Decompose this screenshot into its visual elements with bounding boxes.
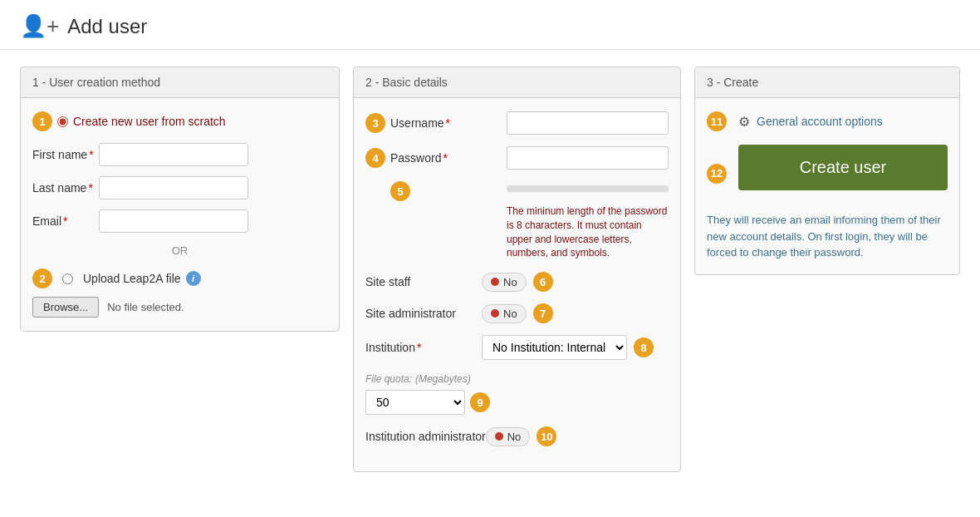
email-input[interactable] (99, 209, 248, 233)
site-staff-toggle[interactable]: No (482, 273, 527, 292)
site-staff-dot (491, 278, 499, 286)
first-name-label: First name* (32, 148, 99, 161)
site-staff-label: Site staff (365, 275, 482, 288)
last-name-row: Last name* (32, 176, 327, 199)
site-admin-dot (491, 309, 499, 318)
badge-4: 4 (365, 148, 385, 168)
email-label: Email* (32, 214, 99, 228)
password-row: 4 Password* (365, 146, 669, 170)
file-quota-section: File quota: (Megabytes) 50 9 (365, 372, 669, 415)
no-file-text: No file selected. (107, 301, 184, 313)
institution-label: Institution* (365, 341, 482, 354)
institution-admin-value: No (507, 431, 522, 443)
email-row: Email* (32, 209, 327, 233)
panel3-body: 11 ⚙ General account options 12 Create u… (695, 98, 959, 274)
file-quota-row: 50 9 (365, 390, 669, 415)
upload-leap2a-label[interactable]: Upload Leap2A file (83, 272, 181, 285)
first-name-input[interactable] (99, 143, 248, 166)
info-icon[interactable]: i (186, 271, 201, 286)
password-strength-bar (507, 185, 669, 192)
password-label: Password* (390, 151, 507, 165)
badge-2: 2 (32, 268, 52, 288)
general-account-options-link[interactable]: General account options (757, 115, 883, 128)
gear-icon: ⚙ (738, 114, 750, 130)
badge-6: 6 (533, 272, 553, 292)
panel-basic-details: 2 - Basic details 3 Username* 4 Password… (353, 66, 681, 472)
create-user-button[interactable]: Create user (738, 145, 948, 190)
password-input[interactable] (507, 146, 669, 170)
last-name-input[interactable] (99, 176, 248, 199)
panel2-header: 2 - Basic details (354, 67, 680, 98)
site-staff-row: Site staff No 6 (365, 272, 669, 292)
panel-create: 3 - Create 11 ⚙ General account options … (694, 66, 960, 275)
panel1-body: 1 Create new user from scratch First nam… (21, 98, 339, 331)
add-user-icon: 👤+ (20, 13, 59, 39)
create-user-info-text: They will receive an email informing the… (707, 212, 948, 261)
badge-8: 8 (634, 337, 654, 357)
create-user-row: 12 Create user (707, 145, 948, 202)
last-name-label: Last name* (32, 181, 99, 194)
browse-button[interactable]: Browse... (32, 297, 99, 318)
badge-12: 12 (707, 164, 727, 184)
browse-row: Browse... No file selected. (32, 297, 327, 318)
password-hint: The mininum length of the password is 8 … (507, 204, 669, 260)
institution-admin-dot (495, 432, 503, 441)
username-label: Username* (390, 116, 507, 130)
institution-admin-label: Institution administrator (365, 430, 486, 443)
institution-admin-toggle[interactable]: No (486, 427, 531, 446)
site-admin-value: No (503, 308, 517, 320)
site-admin-label: Site administrator (365, 307, 482, 320)
file-quota-select[interactable]: 50 (365, 390, 465, 415)
badge-7: 7 (533, 303, 553, 323)
institution-row: Institution* No Institution: Internal 8 (365, 335, 669, 360)
create-from-scratch-label[interactable]: Create new user from scratch (73, 115, 226, 128)
general-options-row: 11 ⚙ General account options (707, 111, 948, 131)
create-from-scratch-radio[interactable] (57, 116, 68, 127)
panel2-body: 3 Username* 4 Password* 5 The mininum le… (354, 98, 680, 471)
create-from-scratch-row: 1 Create new user from scratch (32, 111, 327, 131)
page-header: 👤+ Add user (0, 0, 980, 50)
username-row: 3 Username* (365, 111, 669, 135)
site-admin-toggle[interactable]: No (482, 304, 527, 323)
upload-leap2a-radio[interactable] (62, 273, 73, 284)
panel3-header: 3 - Create (695, 67, 959, 98)
first-name-row: First name* (32, 143, 327, 166)
upload-row: 2 Upload Leap2A file i (32, 268, 327, 288)
site-staff-value: No (503, 276, 517, 288)
badge-11: 11 (707, 111, 727, 131)
institution-select[interactable]: No Institution: Internal (482, 335, 627, 360)
username-input[interactable] (507, 111, 669, 135)
or-divider: OR (32, 244, 327, 257)
main-content: 1 - User creation method 1 Create new us… (0, 50, 980, 489)
panel1-header: 1 - User creation method (21, 67, 339, 98)
file-quota-label: File quota: (Megabytes) (365, 372, 669, 385)
badge-9: 9 (470, 392, 490, 412)
badge-10: 10 (537, 426, 556, 446)
badge-5: 5 (390, 181, 410, 201)
panel-user-creation-method: 1 - User creation method 1 Create new us… (20, 66, 340, 332)
badge-1: 1 (32, 111, 52, 131)
site-admin-row: Site administrator No 7 (365, 303, 669, 323)
badge-3: 3 (365, 113, 385, 133)
institution-admin-row: Institution administrator No 10 (365, 426, 669, 446)
page-title: 👤+ Add user (20, 13, 147, 39)
